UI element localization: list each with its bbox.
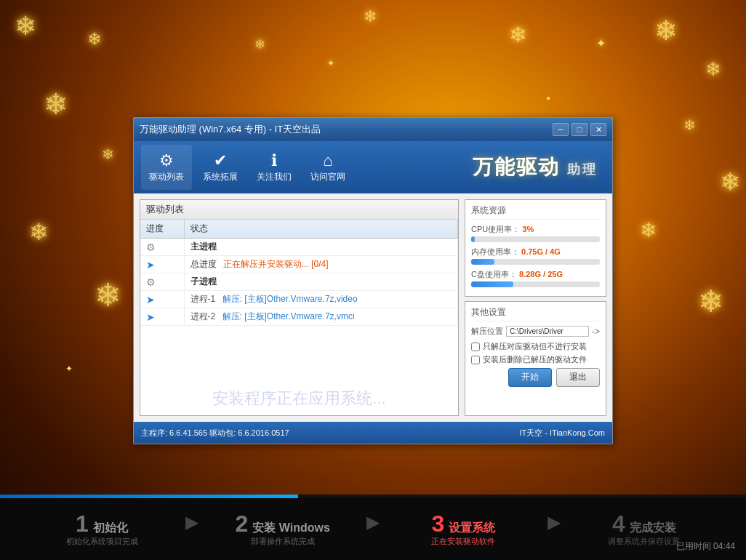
memory-value: 0.75G / 4G [521,247,561,256]
system-resources: 系统资源 CPU使用率： 3% 内存使用率： 0.75G / 4G [465,199,606,297]
memory-label: 内存使用率： 0.75G / 4G [471,247,600,257]
disk-row: C盘使用率： 8.28G / 25G [471,269,600,287]
cpu-label: CPU使用率： 3% [471,224,600,235]
right-panel: 系统资源 CPU使用率： 3% 内存使用率： 0.75G / 4G [465,199,606,416]
toolbar-drivers[interactable]: ⚙ 驱动列表 [141,145,192,190]
snowflake-6: ❄ [95,276,121,313]
cpu-row: CPU使用率： 3% [471,224,600,242]
brand-main-text: 万能驱动 [473,156,560,178]
table-row: ➤ 进程-1 解压: [主板]Other.Vmware.7z,video [140,291,458,308]
checkbox-delete-row: 安装后删除已解压的驱动文件 [471,354,600,364]
arrow-right-icon: ➤ [146,259,155,271]
cpu-value: 3% [522,225,534,233]
info-icon: ℹ [271,153,277,169]
step-1-desc: 初始化系统项目完成 [66,536,138,547]
toolbar-about-label: 关注我们 [257,171,292,183]
step-3-desc: 正在安装驱动软件 [431,536,495,547]
other-settings: 其他设置 解压位置 -> 只解压对应驱动但不进行安装 安装后删除已解压的驱动文件… [465,301,606,416]
memory-bar [471,259,600,265]
snowflake-13: ❄ [364,7,377,26]
star-5: ✦ [65,364,73,374]
disk-bar [471,281,600,287]
step-4-title: 完成安装 [630,521,676,536]
step-3-title: 设置系统 [449,521,495,536]
snowflake-15: ❄ [509,22,527,47]
step-1-num: 1 [76,512,89,535]
checkbox-delete[interactable] [471,356,480,364]
processing-overlay: 安装程序正在应用系统... [140,326,458,415]
extract-path-input[interactable] [506,326,589,337]
bottom-bar: 1 初始化 初始化系统项目完成 ▶ 2 安装 Windows 部署操作系统完成 … [0,495,746,560]
process-2-label: 进程-2 [190,311,216,321]
divider-3: ▶ [548,512,561,532]
step-1-title: 初始化 [93,521,128,536]
checkbox-no-install-label: 只解压对应驱动但不进行安装 [483,341,587,351]
snowflake-14: ❄ [254,36,265,52]
statusbar: 主程序: 6.6.41.565 驱动包: 6.6.2016.0517 IT天空 … [134,422,612,444]
disk-value: 8.28G / 25G [519,270,563,279]
toolbar-drivers-label: 驱动列表 [149,171,184,183]
step-2-title: 安装 Windows [252,521,330,536]
panel-title: 驱动列表 [140,200,458,220]
star-1: ✦ [327,58,334,68]
checkbox-delete-label: 安装后删除已解压的驱动文件 [483,354,587,364]
extract-path-row: 解压位置 -> [471,326,600,337]
col-header-progress: 进度 [140,220,184,239]
disk-bar-fill [471,281,513,287]
action-buttons: 开始 退出 [471,368,600,387]
time-label: 已用时间 [676,541,711,551]
divider-1: ▶ [185,512,198,532]
processing-text: 安装程序正在应用系统... [212,388,385,409]
sys-resources-title: 系统资源 [471,204,600,220]
snowflake-3: ❄ [44,87,68,121]
cpu-bar [471,236,600,242]
time-display: 已用时间 04:44 [676,540,735,553]
extract-arrow[interactable]: -> [592,327,600,337]
toolbar-website[interactable]: ⌂ 访问官网 [302,145,353,190]
step-4-desc: 调整系统并保存设置 [608,536,680,547]
snowflake-8: ❄ [705,58,721,81]
step-4-num: 4 [612,512,625,535]
table-row: ⚙ 子进程 [140,273,458,291]
table-row: ➤ 总进度 正在解压并安装驱动... [0/4] [140,256,458,273]
toolbar-about[interactable]: ℹ 关注我们 [249,145,300,190]
process-1-status[interactable]: 解压: [主板]Other.Vmware.7z,video [222,294,358,304]
start-button[interactable]: 开始 [508,368,552,387]
checkbox-no-install[interactable] [471,343,480,351]
toolbar: ⚙ 驱动列表 ✔ 系统拓展 ℹ 关注我们 ⌂ 访问官网 万能驱动 助理 [134,141,612,193]
toolbar-website-label: 访问官网 [310,171,345,183]
home-icon: ⌂ [323,153,332,169]
snowflake-12: ❄ [698,284,723,319]
step-1: 1 初始化 初始化系统项目完成 [29,512,175,547]
main-process-label: 主进程 [190,241,217,252]
sub-process-label: 子进程 [190,276,217,287]
process-2-status[interactable]: 解压: [主板]Other.Vmware.7z,vmci [222,311,355,321]
step-2-num: 2 [236,512,249,535]
snowflake-1: ❄ [15,11,36,41]
gear-icon: ⚙ [159,153,174,169]
other-settings-title: 其他设置 [471,306,600,321]
total-process-status: 正在解压并安装驱动... [0/4] [223,259,329,269]
check-icon: ✔ [214,153,227,169]
toolbar-sysext[interactable]: ✔ 系统拓展 [195,145,246,190]
gear-small-icon: ⚙ [146,241,156,253]
star-3: ✦ [545,95,551,103]
minimize-button[interactable]: ─ [553,123,569,136]
brand: 万能驱动 助理 [473,153,605,181]
exit-button[interactable]: 退出 [556,368,600,387]
progress-strip [0,495,746,498]
titlebar-text: 万能驱动助理 (Win7.x64 专用) - IT天空出品 [140,123,553,136]
snowflake-9: ❄ [683,116,696,134]
maximize-button[interactable]: □ [571,123,587,136]
driver-table: 进度 状态 ⚙ 主进程 ➤ [140,220,458,326]
total-process-label: 总进度 [190,259,217,269]
step-2-desc: 部署操作系统完成 [251,536,315,547]
statusbar-right: IT天空 - ITianKong.Com [519,428,605,439]
statusbar-left: 主程序: 6.6.41.565 驱动包: 6.6.2016.0517 [141,428,519,439]
toolbar-sysext-label: 系统拓展 [203,171,238,183]
step-3-num: 3 [431,512,444,535]
process-1-label: 进程-1 [190,294,216,304]
gear-small-icon-2: ⚙ [146,276,156,288]
close-button[interactable]: ✕ [590,123,606,136]
snowflake-4: ❄ [102,145,114,163]
